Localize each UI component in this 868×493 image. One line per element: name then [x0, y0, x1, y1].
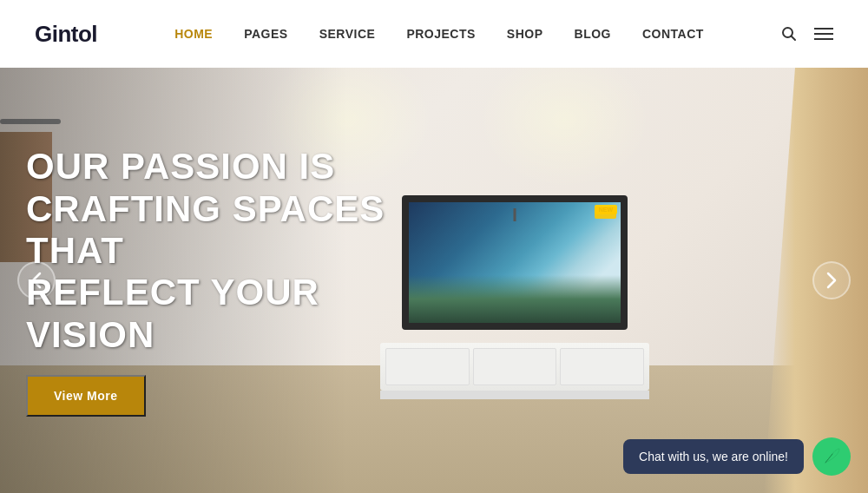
nav-projects[interactable]: PROJECTS: [406, 27, 475, 41]
logo[interactable]: Gintol: [35, 21, 97, 48]
hero-section: NEW OUR PASSION IS C: [0, 68, 868, 493]
next-slide-button[interactable]: [812, 261, 851, 299]
chat-widget: Chat with us, we are online!: [623, 437, 851, 476]
nav-pages[interactable]: PAGES: [244, 27, 287, 41]
view-more-button[interactable]: View More: [26, 375, 146, 417]
chat-bubble[interactable]: Chat with us, we are online!: [623, 439, 804, 474]
nav-shop[interactable]: SHOP: [507, 27, 543, 41]
main-nav: HOME PAGES SERVICE PROJECTS SHOP BLOG CO…: [174, 27, 704, 41]
menu-icon[interactable]: [814, 27, 833, 41]
nav-contact[interactable]: CONTACT: [642, 27, 704, 41]
nav-home[interactable]: HOME: [174, 27, 213, 41]
svg-line-1: [792, 36, 796, 41]
nav-blog[interactable]: BLOG: [575, 27, 611, 41]
header: Gintol HOME PAGES SERVICE PROJECTS SHOP …: [0, 0, 868, 68]
hero-heading: OUR PASSION IS CRAFTING SPACES THAT REFL…: [26, 146, 443, 355]
header-icons: [781, 26, 833, 42]
search-icon[interactable]: [781, 26, 797, 42]
nav-service[interactable]: SERVICE: [319, 27, 376, 41]
hero-text: OUR PASSION IS CRAFTING SPACES THAT REFL…: [26, 146, 443, 416]
chat-icon[interactable]: [812, 437, 851, 476]
tv-badge: NEW: [595, 205, 617, 214]
